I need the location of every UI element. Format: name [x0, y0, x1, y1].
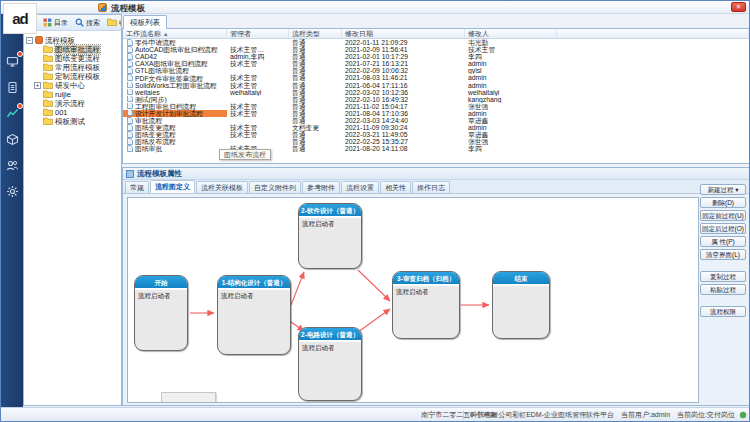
row-name-cell[interactable]: CAD42: [123, 53, 227, 60]
row-name-cell[interactable]: 设计开发计划审批流程: [123, 110, 227, 117]
tree-item[interactable]: 模板测试: [26, 117, 119, 126]
monitor-icon[interactable]: [5, 54, 20, 69]
flow-button[interactable]: 删除(D): [700, 197, 746, 208]
row-name-cell[interactable]: 图纸变更流程: [123, 131, 227, 138]
tab-4[interactable]: 参考附件: [302, 181, 340, 193]
row-name-cell[interactable]: SolidWorks工程图审批流程: [123, 82, 227, 89]
row-name-cell[interactable]: PDF文件审批签章流程: [123, 74, 227, 81]
tree-item[interactable]: 图纸变更流程: [26, 54, 119, 63]
table-row[interactable]: 审批流程普通2022-03-03 14:24:40覃进鑫: [123, 117, 749, 124]
table-row[interactable]: 零件申请流程普通2022-01-11 21:09:29韦光勤: [123, 39, 749, 46]
row-name-cell[interactable]: GTL图纸审批流程: [123, 67, 227, 74]
workflow-name: GTL图纸审批流程: [135, 67, 189, 74]
flow-node-title: 结束: [493, 272, 549, 285]
row-name-cell[interactable]: 审批流程: [123, 117, 227, 124]
tree-item[interactable]: 常用流程模板: [26, 63, 119, 72]
column-header[interactable]: 流程类型: [289, 29, 342, 38]
table-row[interactable]: 工程图审批归档流程技术主管普通2021-11-02 15:04:17张世强: [123, 103, 749, 110]
row-date-cell: 2021-08-20 14:11:08: [342, 145, 465, 152]
row-manager-cell: 技术主管: [227, 82, 289, 89]
table-row[interactable]: 图纸审批技术主管…普通2021-08-20 14:11:08李四: [123, 145, 749, 152]
flow-button[interactable]: 新建过程 ▾: [700, 184, 746, 195]
table-row[interactable]: 图纸发布流程普通2022-02-25 15:35:27张世强: [123, 138, 749, 145]
tab-template-list[interactable]: 模板列表: [123, 15, 167, 29]
tree-item[interactable]: ruijie: [26, 90, 119, 99]
table-row[interactable]: CAD42admin,李四普通2021-02-01 10:17:29李四: [123, 53, 749, 60]
tab-2[interactable]: 流程关联模板: [196, 181, 248, 193]
row-filler: [557, 74, 749, 81]
flow-button[interactable]: 流程权限: [700, 306, 746, 317]
row-type-cell: 普通: [289, 82, 342, 89]
faded-tooltip: [161, 392, 216, 403]
tree-item[interactable]: 定制流程模板: [26, 72, 119, 81]
row-name-cell[interactable]: 零件申请流程: [123, 39, 227, 46]
flow-button[interactable]: 清空界面(L): [700, 249, 746, 260]
row-name-cell[interactable]: CAXA图纸审批归档流程: [123, 60, 227, 67]
tab-0[interactable]: 常规: [125, 181, 149, 193]
tab-6[interactable]: 相关性: [380, 181, 411, 193]
tab-7[interactable]: 操作日志: [412, 181, 450, 193]
flow-node[interactable]: 2-电路设计（普通）流程启动者: [298, 327, 362, 401]
flow-node[interactable]: 结束: [492, 271, 550, 339]
toolbar-catalog-button[interactable]: 目录: [40, 16, 71, 30]
column-header[interactable]: 修改日期: [342, 29, 465, 38]
table-row[interactable]: 设计开发计划审批流程技术主管普通2021-08-04 17:10:36admin: [123, 110, 749, 117]
row-date-cell: 2021-11-02 15:04:17: [342, 103, 465, 110]
chart-icon[interactable]: [5, 106, 20, 121]
row-name-cell[interactable]: 图纸审批: [123, 145, 227, 152]
table-row[interactable]: CAXA图纸审批归档流程技术主管普通2021-07-21 16:13:21adm…: [123, 60, 749, 67]
row-name-cell[interactable]: 图纸发布流程: [123, 138, 227, 145]
flow-node[interactable]: 开始流程启动者: [134, 275, 188, 351]
tree-item[interactable]: 图纸审批流程: [26, 45, 119, 54]
row-name-cell[interactable]: 工程图审批归档流程: [123, 103, 227, 110]
status-icon: [739, 411, 747, 419]
flowchart-canvas[interactable]: 开始流程启动者1-结构化设计（普通）流程启动者2-软件设计（普通）流程启动者2-…: [127, 197, 699, 403]
row-name-cell[interactable]: 图纸变更流程: [123, 124, 227, 131]
row-modifier-cell: admin: [465, 110, 557, 117]
gear-icon[interactable]: [5, 184, 20, 199]
tree-item[interactable]: 演示流程: [26, 99, 119, 108]
table-row[interactable]: PDF文件审批签章流程技术主管普通2021-08-03 11:46:21admi…: [123, 74, 749, 81]
row-date-cell: 2021-08-04 17:10:36: [342, 110, 465, 117]
folder-icon: [43, 117, 53, 127]
favorites-icon: [107, 18, 117, 27]
row-type-cell: 普通: [289, 60, 342, 67]
tab-3[interactable]: 自定义附件列: [249, 181, 301, 193]
flow-node[interactable]: 3-审查归档（归档）流程启动者: [392, 271, 460, 339]
toolbar-search-button[interactable]: 搜索: [72, 16, 103, 30]
flow-button[interactable]: 固定后过程(O): [700, 223, 746, 234]
flow-node[interactable]: 2-软件设计（普通）流程启动者: [298, 203, 362, 269]
column-header[interactable]: 管理者: [227, 29, 289, 38]
tab-1[interactable]: 流程图定义: [150, 180, 195, 193]
flow-button[interactable]: 固定前过程(U): [700, 210, 746, 221]
cube-icon[interactable]: [5, 132, 20, 147]
row-modifier-cell: 覃进鑫: [465, 131, 557, 138]
flow-node[interactable]: 1-结构化设计（普通）流程启动者: [217, 275, 291, 355]
column-header[interactable]: 工作流名称▲: [123, 29, 227, 38]
row-name-cell[interactable]: AutoCAD图纸审批归档流程: [123, 46, 227, 53]
row-date-cell: 2022-03-21 11:49:05: [342, 131, 465, 138]
row-name-cell[interactable]: weitaies: [123, 89, 227, 96]
flow-button[interactable]: 复制过程: [700, 271, 746, 282]
table-row[interactable]: GTL图纸审批流程普通2022-02-09 10:06:32gylsl: [123, 67, 749, 74]
tree-root[interactable]: −流程模板: [26, 36, 119, 45]
flow-button[interactable]: 属 性(P): [700, 236, 746, 247]
table-row[interactable]: 图纸变更流程技术主管普通2022-03-21 11:49:05覃进鑫: [123, 131, 749, 138]
table-row[interactable]: 测试(同步)普通2022-02-10 16:49:32kangzhang: [123, 96, 749, 103]
table-row[interactable]: AutoCAD图纸审批归档流程技术主管…普通2021-02-09 11:56:4…: [123, 46, 749, 53]
close-button[interactable]: ✕: [731, 2, 746, 12]
tree-item[interactable]: +研发中心: [26, 81, 119, 90]
users-icon[interactable]: [5, 158, 20, 173]
table-row[interactable]: 图纸变更流程技术主管文档变更2021-11-09 09:30:24admin: [123, 124, 749, 131]
tab-5[interactable]: 流程设置: [341, 181, 379, 193]
table-row[interactable]: weitaiesweihaitaiyi普通2022-03-02 10:12:36…: [123, 89, 749, 96]
column-header[interactable]: 修改人: [465, 29, 557, 38]
table-row[interactable]: SolidWorks工程图审批流程技术主管普通2021-06-04 17:11:…: [123, 82, 749, 89]
row-name-cell[interactable]: 测试(同步): [123, 96, 227, 103]
tree-item[interactable]: 001: [26, 108, 119, 117]
toolbar-favorites-button[interactable]: 收藏夹: [104, 16, 121, 30]
document-icon[interactable]: [5, 80, 20, 95]
notification-badge: [17, 103, 23, 109]
flow-button[interactable]: 粘贴过程: [700, 284, 746, 295]
row-manager-cell: weihaitaiyi: [227, 89, 289, 96]
